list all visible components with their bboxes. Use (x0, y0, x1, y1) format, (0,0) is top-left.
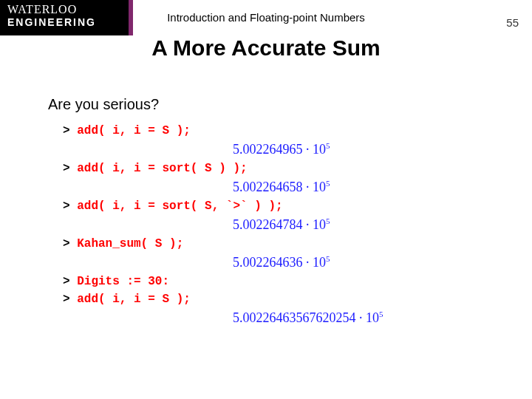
result-mantissa: 5.002264965 (233, 142, 303, 157)
code-line-1: > add( i, i = S ); (63, 122, 477, 140)
result-dot: · 10 (303, 142, 327, 157)
result-4: 5.002264636 · 105 (63, 253, 477, 273)
code-text: add( i, i = sort( S ) ); (77, 162, 247, 175)
code-line-2: > add( i, i = sort( S ) ); (63, 160, 477, 177)
result-mantissa: 5.002264636 (233, 255, 303, 270)
result-dot: · 10 (356, 310, 380, 325)
result-3: 5.002264784 · 105 (63, 215, 477, 235)
result-exp: 5 (326, 141, 330, 150)
header-topic: Introduction and Floating-point Numbers (0, 11, 532, 24)
code-line-6: > add( i, i = S ); (63, 290, 477, 308)
result-mantissa: 5.002264658 (233, 180, 303, 194)
prompt-symbol: > (63, 200, 77, 213)
prompt-symbol: > (63, 162, 77, 175)
code-text: Kahan_sum( S ); (77, 237, 183, 250)
result-dot: · 10 (303, 255, 327, 270)
prompt-symbol: > (63, 275, 77, 288)
result-1: 5.002264965 · 105 (63, 140, 477, 160)
code-text: add( i, i = S ); (77, 124, 191, 137)
code-line-3: > add( i, i = sort( S, `>` ) ); (63, 197, 477, 215)
code-block: > add( i, i = S ); 5.002264965 · 105 > a… (63, 122, 477, 328)
code-line-4: > Kahan_sum( S ); (63, 235, 477, 253)
page-number: 55 (506, 16, 519, 29)
result-mantissa: 5.002264784 (233, 217, 303, 232)
code-line-5: > Digits := 30: (63, 273, 477, 290)
result-dot: · 10 (303, 180, 327, 194)
slide-subhead: Are you serious? (48, 96, 159, 113)
prompt-symbol: > (63, 237, 77, 250)
slide-title: A More Accurate Sum (0, 35, 532, 61)
result-6: 5.00226463567620254 · 105 (63, 308, 477, 328)
prompt-symbol: > (63, 293, 77, 306)
result-exp: 5 (326, 254, 330, 263)
result-exp: 5 (326, 216, 330, 225)
result-exp: 5 (326, 179, 330, 188)
prompt-symbol: > (63, 124, 77, 137)
code-text: add( i, i = sort( S, `>` ) ); (77, 200, 282, 213)
result-mantissa: 5.00226463567620254 (233, 310, 356, 325)
result-dot: · 10 (303, 217, 327, 232)
result-2: 5.002264658 · 105 (63, 177, 477, 197)
code-text: add( i, i = S ); (77, 293, 191, 306)
code-text: Digits := 30: (77, 275, 169, 288)
result-exp: 5 (379, 310, 383, 318)
